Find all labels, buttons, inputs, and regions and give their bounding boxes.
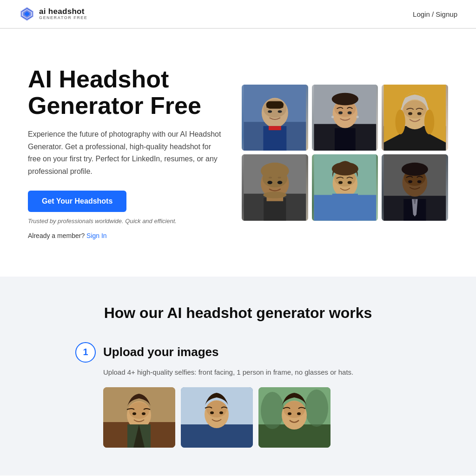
brand-icon (19, 6, 35, 22)
logo-text: ai headshot GENERATOR FREE (39, 7, 87, 21)
auth-link[interactable]: Login / Signup (413, 10, 457, 18)
step-1-label: Upload your images (103, 345, 219, 359)
svg-point-29 (417, 112, 422, 115)
svg-point-73 (206, 401, 227, 417)
svg-point-41 (278, 177, 281, 179)
svg-point-11 (268, 110, 272, 112)
brand-name: ai headshot (39, 7, 87, 16)
headshot-grid (242, 85, 448, 221)
svg-point-66 (132, 412, 136, 415)
svg-point-58 (417, 180, 422, 183)
svg-point-20 (347, 111, 351, 114)
svg-point-39 (261, 163, 289, 179)
headshot-image-1 (242, 85, 308, 151)
svg-point-12 (278, 110, 282, 112)
how-section: How our AI headshot generator works 1 Up… (0, 277, 476, 476)
headshot-image-6 (382, 154, 448, 221)
headshot-image-3 (382, 85, 448, 151)
svg-point-19 (338, 111, 343, 114)
headshot-image-5 (312, 154, 378, 221)
svg-point-23 (356, 116, 358, 118)
svg-point-81 (284, 401, 305, 418)
face-svg-1 (242, 85, 308, 151)
steps-container: 1 Upload your images Upload 4+ high-qual… (75, 342, 401, 448)
svg-point-65 (129, 402, 149, 419)
site-header: ai headshot GENERATOR FREE Login / Signu… (0, 0, 476, 28)
brand-tagline: GENERATOR FREE (39, 16, 87, 20)
svg-point-37 (267, 181, 272, 185)
how-title: How our AI headshot generator works (19, 304, 457, 322)
step-1-header: 1 Upload your images (75, 342, 401, 363)
sample-face-2 (181, 387, 253, 448)
step-1-description: Upload 4+ high-quality selfies: front fa… (103, 368, 401, 376)
svg-point-75 (219, 411, 223, 414)
svg-point-40 (269, 177, 272, 179)
face-svg-5 (312, 154, 378, 221)
svg-point-82 (288, 412, 291, 415)
svg-point-67 (142, 412, 145, 415)
member-prompt: Already a member? Sign In (28, 232, 223, 239)
svg-rect-13 (266, 101, 284, 108)
hero-description: Experience the future of photography wit… (28, 128, 223, 178)
svg-rect-10 (269, 126, 281, 130)
hero-title: AI Headshot Generator Free (28, 66, 223, 119)
svg-point-57 (408, 180, 412, 183)
step-1-number: 1 (75, 342, 96, 363)
sample-photos-row (103, 387, 401, 448)
svg-point-38 (278, 181, 283, 185)
sign-in-link[interactable]: Sign In (86, 232, 107, 239)
svg-rect-18 (335, 128, 356, 151)
svg-point-22 (331, 116, 334, 118)
svg-point-83 (297, 412, 301, 415)
svg-point-30 (396, 109, 405, 134)
svg-point-31 (424, 109, 434, 134)
get-headshots-button[interactable]: Get Your Headshots (28, 191, 126, 212)
trusted-text: Trusted by professionals worldwide. Quic… (28, 218, 223, 225)
svg-point-74 (210, 411, 214, 414)
face-svg-2 (312, 85, 378, 151)
svg-point-43 (263, 192, 286, 198)
svg-point-28 (408, 112, 412, 115)
face-svg-4 (242, 154, 308, 221)
svg-point-59 (402, 163, 428, 176)
sample-photo-3 (258, 387, 331, 448)
svg-point-50 (331, 162, 358, 176)
hero-section: AI Headshot Generator Free Experience th… (0, 29, 476, 277)
hero-content: AI Headshot Generator Free Experience th… (28, 66, 223, 239)
svg-point-49 (347, 181, 351, 184)
face-svg-3 (382, 85, 448, 151)
svg-point-78 (261, 392, 284, 429)
svg-rect-51 (332, 194, 357, 221)
headshot-image-4 (242, 154, 308, 221)
svg-point-48 (338, 181, 343, 184)
logo[interactable]: ai headshot GENERATOR FREE (19, 6, 87, 22)
headshot-image-2 (312, 85, 378, 151)
sample-photo-1 (103, 387, 175, 448)
svg-point-79 (305, 390, 328, 427)
sample-photo-2 (181, 387, 253, 448)
sample-face-3 (258, 387, 331, 448)
sample-face-1 (103, 387, 175, 448)
face-svg-6 (382, 154, 448, 221)
svg-rect-36 (264, 198, 286, 221)
